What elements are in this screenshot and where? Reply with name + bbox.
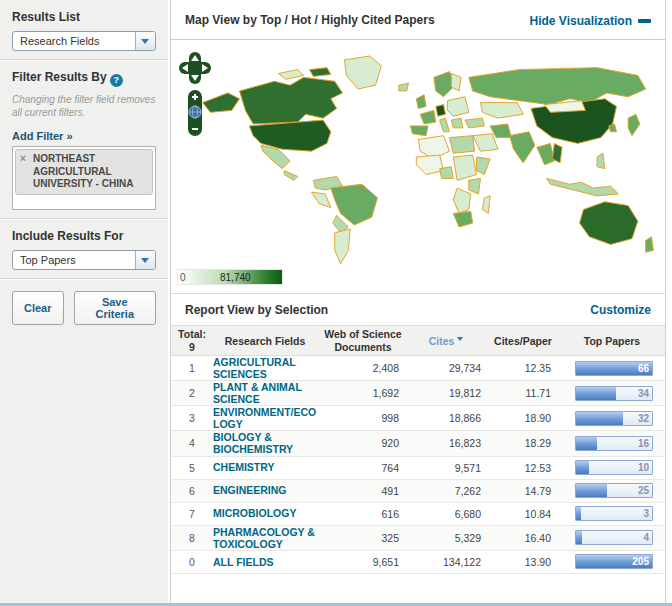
cites-cell: 16,823: [405, 437, 487, 449]
include-results-selected: Top Papers: [13, 251, 155, 266]
table-row: 5 CHEMISTRY 764 9,571 12.53 10: [171, 457, 665, 480]
cites-cell: 5,329: [405, 532, 487, 544]
cites-cell: 9,571: [405, 462, 487, 474]
include-results-section: Include Results For Top Papers: [0, 219, 168, 278]
top-papers-value: 34: [638, 388, 649, 399]
table-row: 7 MICROBIOLOGY 616 6,680 10.84 3: [171, 503, 665, 526]
top-papers-value: 10: [638, 462, 649, 473]
table-row: 6 ENGINEERING 491 7,262 14.79 25: [171, 480, 665, 503]
total-count: Total: 9: [171, 328, 213, 352]
map-view: 0 81,740: [171, 40, 665, 293]
field-link[interactable]: PHARMACOLOGY & TOXICOLOGY: [213, 526, 317, 550]
documents-cell: 491: [321, 485, 405, 497]
field-link[interactable]: MICROBIOLOGY: [213, 507, 296, 519]
top-papers-bar-fill: [576, 412, 623, 425]
table-row: 4 BIOLOGY & BIOCHEMISTRY 920 16,823 18.2…: [171, 431, 665, 456]
column-header-cites[interactable]: Cites: [405, 335, 487, 347]
rank-cell: 5: [171, 462, 213, 474]
cites-per-paper-cell: 18.29: [487, 437, 559, 449]
column-header-cites-per-paper[interactable]: Cites/Paper: [487, 335, 559, 347]
remove-filter-icon[interactable]: ×: [20, 153, 26, 166]
rank-cell: 4: [171, 437, 213, 449]
help-icon[interactable]: ?: [110, 74, 123, 87]
world-map[interactable]: [189, 42, 665, 274]
visualization-panel: Map View by Top / Hot / Highly Cited Pap…: [170, 0, 666, 603]
documents-cell: 2,408: [321, 362, 405, 374]
cites-per-paper-cell: 18.90: [487, 412, 559, 424]
report-header: Report View by Selection Customize: [171, 293, 665, 325]
documents-cell: 920: [321, 437, 405, 449]
report-title: Report View by Selection: [185, 303, 328, 317]
hide-visualization-link[interactable]: Hide Visualization: [530, 14, 632, 28]
column-header-top-papers[interactable]: Top Papers: [559, 335, 665, 347]
table-row: 8 PHARMACOLOGY & TOXICOLOGY 325 5,329 16…: [171, 526, 665, 551]
top-papers-bar[interactable]: 25: [575, 483, 653, 498]
column-header-documents[interactable]: Web of Science Documents: [321, 328, 405, 352]
add-filter-link[interactable]: Add Filter »: [12, 130, 73, 142]
top-papers-value: 205: [632, 556, 649, 567]
rank-cell: 6: [171, 485, 213, 497]
cites-cell: 134,122: [405, 556, 487, 568]
filter-by-label: Filter Results By?: [12, 70, 156, 87]
field-link[interactable]: AGRICULTURAL SCIENCES: [213, 356, 317, 380]
cites-cell: 18,866: [405, 412, 487, 424]
cites-per-paper-cell: 11.71: [487, 387, 559, 399]
table-header-row: Total: 9 Research Fields Web of Science …: [171, 325, 665, 356]
map-panel-header: Map View by Top / Hot / Highly Cited Pap…: [171, 0, 665, 40]
field-link[interactable]: ENGINEERING: [213, 484, 287, 496]
include-results-label: Include Results For: [12, 229, 156, 243]
top-papers-bar[interactable]: 34: [575, 386, 653, 401]
top-papers-bar-fill: [576, 507, 581, 520]
top-papers-value: 3: [643, 508, 649, 519]
top-papers-bar-fill: [576, 387, 616, 400]
cites-per-paper-cell: 13.90: [487, 556, 559, 568]
active-filters-list[interactable]: × NORTHEAST AGRICULTURAL UNIVERSITY - CH…: [12, 146, 156, 210]
rank-cell: 7: [171, 508, 213, 520]
documents-cell: 325: [321, 532, 405, 544]
cites-per-paper-cell: 10.84: [487, 508, 559, 520]
top-papers-bar[interactable]: 10: [575, 460, 653, 475]
top-papers-bar[interactable]: 205: [575, 554, 653, 569]
documents-cell: 1,692: [321, 387, 405, 399]
field-link[interactable]: CHEMISTRY: [213, 461, 274, 473]
filter-note: Changing the filter field removes all cu…: [12, 94, 156, 119]
map-legend: 0 81,740: [177, 269, 283, 285]
customize-link[interactable]: Customize: [590, 303, 651, 317]
map-title: Map View by Top / Hot / Highly Cited Pap…: [185, 13, 435, 27]
clear-button[interactable]: Clear: [12, 291, 64, 325]
top-papers-bar[interactable]: 32: [575, 411, 653, 426]
results-list-section: Results List Research Fields: [0, 0, 168, 59]
rank-cell: 1: [171, 362, 213, 374]
field-link[interactable]: PLANT & ANIMAL SCIENCE: [213, 381, 317, 405]
rank-cell: 8: [171, 532, 213, 544]
table-row: 0 ALL FIELDS 9,651 134,122 13.90 205: [171, 551, 665, 574]
chevron-down-icon[interactable]: [135, 32, 155, 50]
cites-cell: 6,680: [405, 508, 487, 520]
top-papers-bar[interactable]: 4: [575, 530, 653, 545]
chevron-down-icon[interactable]: [135, 251, 155, 269]
top-papers-bar[interactable]: 3: [575, 506, 653, 521]
top-papers-bar-fill: [576, 484, 607, 497]
include-results-dropdown[interactable]: Top Papers: [12, 250, 156, 270]
cites-cell: 19,812: [405, 387, 487, 399]
save-criteria-button[interactable]: Save Criteria: [74, 291, 156, 325]
filter-chip[interactable]: × NORTHEAST AGRICULTURAL UNIVERSITY - CH…: [15, 149, 153, 195]
table-row: 2 PLANT & ANIMAL SCIENCE 1,692 19,812 11…: [171, 381, 665, 406]
collapse-minus-icon[interactable]: [638, 19, 651, 23]
documents-cell: 764: [321, 462, 405, 474]
legend-min: 0: [180, 272, 186, 283]
top-papers-bar[interactable]: 66: [575, 361, 653, 376]
field-link[interactable]: BIOLOGY & BIOCHEMISTRY: [213, 431, 317, 455]
top-papers-bar-fill: [576, 437, 597, 450]
results-list-dropdown[interactable]: Research Fields: [12, 31, 156, 51]
column-header-research-fields[interactable]: Research Fields: [213, 335, 321, 347]
rank-cell: 3: [171, 412, 213, 424]
cites-cell: 7,262: [405, 485, 487, 497]
hide-visualization-wrap: Hide Visualization: [530, 11, 651, 29]
field-link[interactable]: ALL FIELDS: [213, 556, 273, 568]
pan-control: [179, 52, 211, 84]
field-link[interactable]: ENVIRONMENT/ECOLOGY: [213, 406, 317, 430]
cites-per-paper-cell: 16.40: [487, 532, 559, 544]
map-controls: [179, 52, 213, 142]
top-papers-bar[interactable]: 16: [575, 436, 653, 451]
